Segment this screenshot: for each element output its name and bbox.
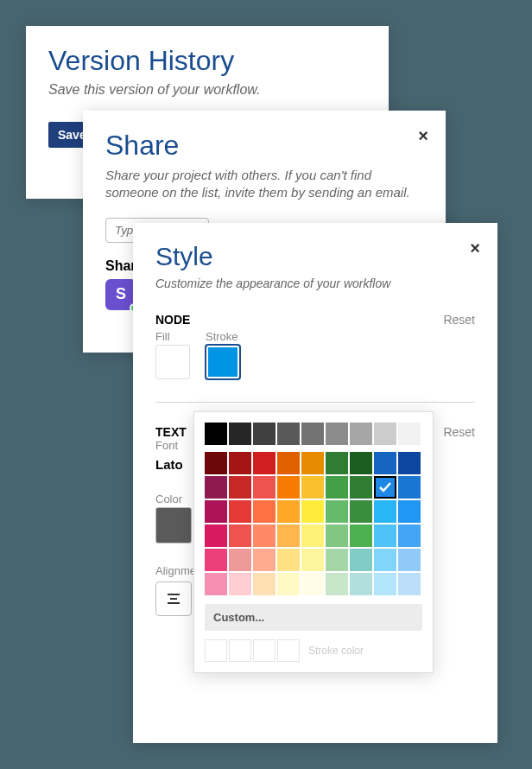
color-swatch[interactable] [253, 500, 276, 523]
color-swatch[interactable] [301, 423, 324, 445]
color-swatch[interactable] [398, 476, 421, 499]
color-swatch[interactable] [229, 452, 251, 474]
color-swatch[interactable] [229, 423, 251, 445]
color-swatch[interactable] [398, 549, 421, 571]
color-swatch[interactable] [205, 423, 227, 445]
stroke-label: Stroke [206, 330, 240, 343]
node-section-title: NODE [155, 313, 190, 327]
color-swatch[interactable] [398, 423, 421, 445]
avatar-initial: S [116, 285, 126, 303]
version-history-title: Version History [48, 45, 366, 77]
color-swatch[interactable] [277, 476, 300, 499]
color-swatch[interactable] [301, 476, 324, 499]
color-swatch[interactable] [326, 423, 348, 445]
color-swatch[interactable] [229, 573, 251, 595]
color-swatch[interactable] [301, 524, 324, 547]
color-swatch[interactable] [301, 452, 324, 474]
recent-color-swatch[interactable] [253, 639, 276, 662]
color-swatch[interactable] [326, 452, 348, 474]
color-swatch[interactable] [326, 549, 348, 571]
color-swatch[interactable] [374, 549, 396, 571]
color-swatch[interactable] [374, 452, 396, 474]
color-swatch[interactable] [277, 549, 300, 571]
color-picker-popover: Custom... Stroke color [193, 411, 434, 673]
reset-text-button[interactable]: Reset [443, 425, 475, 439]
color-swatch[interactable] [326, 573, 348, 595]
color-swatch[interactable] [350, 476, 372, 499]
share-subtitle: Share your project with others. If you c… [105, 167, 423, 202]
text-section-title: TEXT [155, 425, 187, 439]
color-swatch[interactable] [277, 573, 300, 595]
text-color-swatch[interactable] [155, 507, 192, 543]
color-swatch[interactable] [205, 573, 227, 595]
color-swatch[interactable] [301, 549, 324, 571]
color-swatch[interactable] [350, 500, 372, 523]
color-swatch[interactable] [398, 500, 421, 523]
align-center-icon [166, 593, 181, 605]
fill-label: Fill [155, 330, 190, 343]
color-swatch[interactable] [374, 476, 396, 499]
close-icon[interactable]: × [418, 126, 428, 146]
color-swatch[interactable] [253, 549, 276, 571]
share-title: Share [105, 130, 423, 162]
color-swatch[interactable] [277, 500, 300, 523]
color-swatch[interactable] [205, 500, 227, 523]
align-center-button[interactable] [155, 582, 192, 616]
color-swatch[interactable] [253, 423, 276, 445]
color-swatch[interactable] [253, 452, 276, 474]
divider [155, 402, 475, 403]
color-swatch[interactable] [326, 476, 348, 499]
custom-color-button[interactable]: Custom... [205, 604, 422, 631]
color-swatch[interactable] [277, 452, 300, 474]
color-swatch[interactable] [398, 452, 421, 474]
recent-color-swatch[interactable] [205, 639, 227, 662]
style-title: Style [155, 242, 475, 271]
avatar[interactable]: S [105, 279, 136, 310]
close-icon[interactable]: × [470, 238, 480, 258]
color-swatch[interactable] [326, 500, 348, 523]
color-swatch[interactable] [229, 476, 251, 499]
reset-node-button[interactable]: Reset [443, 313, 475, 327]
color-swatch[interactable] [374, 524, 396, 547]
color-swatch[interactable] [350, 549, 372, 571]
stroke-color-swatch[interactable] [206, 345, 240, 379]
color-swatch[interactable] [374, 500, 396, 523]
version-history-subtitle: Save this version of your workflow. [48, 82, 366, 98]
color-swatch[interactable] [350, 524, 372, 547]
color-swatch[interactable] [205, 524, 227, 547]
color-swatch[interactable] [277, 423, 300, 445]
color-swatch[interactable] [253, 476, 276, 499]
recent-color-swatch[interactable] [229, 639, 251, 662]
color-swatch[interactable] [301, 573, 324, 595]
color-swatch[interactable] [350, 423, 372, 445]
checkmark-icon [377, 480, 393, 495]
color-swatch[interactable] [398, 573, 421, 595]
recent-color-swatch[interactable] [277, 639, 300, 662]
color-swatch[interactable] [205, 476, 227, 499]
color-swatch[interactable] [229, 524, 251, 547]
color-swatch[interactable] [301, 500, 324, 523]
color-swatch[interactable] [229, 500, 251, 523]
color-swatch[interactable] [350, 452, 372, 474]
color-swatch[interactable] [374, 423, 396, 445]
recent-colors-row: Stroke color [205, 639, 422, 662]
color-swatch[interactable] [350, 573, 372, 595]
color-swatch[interactable] [229, 549, 251, 571]
color-swatch[interactable] [277, 524, 300, 547]
color-swatch[interactable] [374, 573, 396, 595]
color-swatch[interactable] [253, 573, 276, 595]
style-subtitle: Customize the appearance of your workflo… [155, 276, 475, 290]
fill-color-swatch[interactable] [155, 345, 190, 379]
color-swatch[interactable] [205, 549, 227, 571]
color-swatch[interactable] [253, 524, 276, 547]
color-swatch[interactable] [205, 452, 227, 474]
stroke-color-placeholder: Stroke color [308, 645, 364, 657]
color-grid [205, 452, 422, 595]
color-swatch[interactable] [398, 524, 421, 547]
grayscale-row [205, 423, 422, 445]
color-swatch[interactable] [326, 524, 348, 547]
